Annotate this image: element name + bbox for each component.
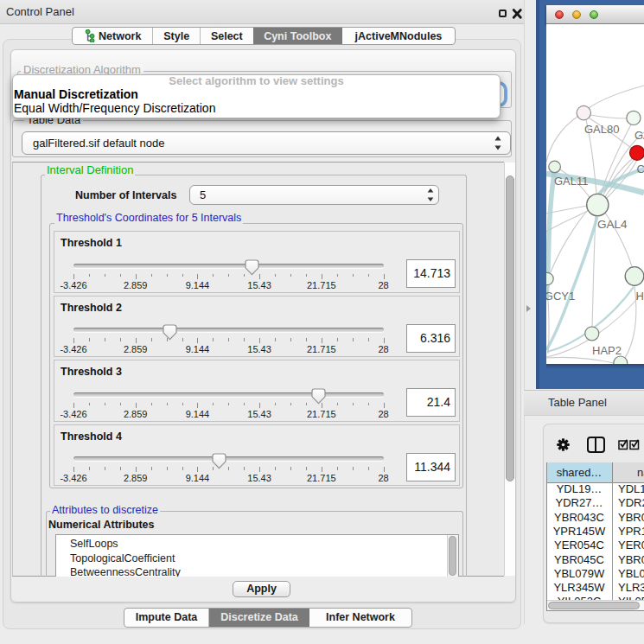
svg-text:GAL80: GAL80 xyxy=(584,122,619,135)
svg-text:GAL11: GAL11 xyxy=(554,174,589,187)
svg-text:HAP2: HAP2 xyxy=(592,343,622,356)
svg-text:H: H xyxy=(636,289,644,302)
svg-text:GAL4: GAL4 xyxy=(597,218,628,231)
svg-text:GA: GA xyxy=(634,129,644,142)
svg-text:GCY1: GCY1 xyxy=(546,290,575,303)
svg-text:CD: CD xyxy=(637,162,644,175)
